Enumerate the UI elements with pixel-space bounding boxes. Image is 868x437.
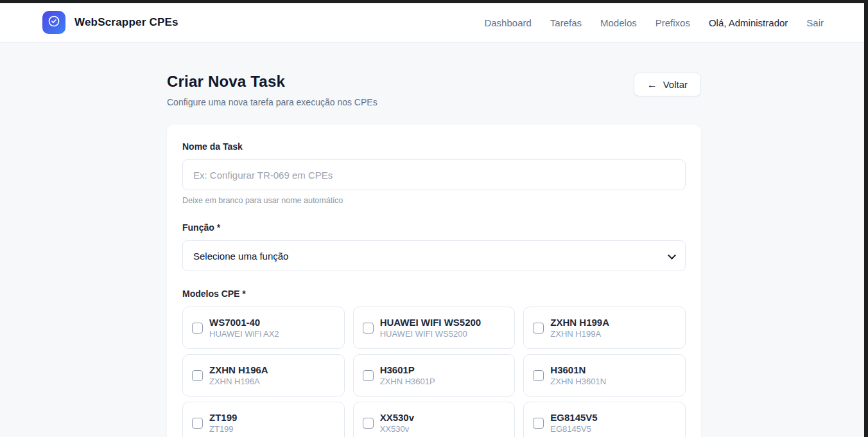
task-name-label: Nome da Task — [182, 141, 686, 152]
modelos-label: Modelos CPE * — [182, 289, 686, 299]
model-checkbox-zt199[interactable] — [192, 418, 203, 429]
page-header-text: Criar Nova Task Configure uma nova taref… — [167, 73, 378, 107]
model-text: XX530v XX530v — [380, 412, 414, 434]
page-subtitle: Configure uma nova tarefa para execução … — [167, 97, 378, 107]
model-name: ZXHN H196A — [209, 364, 268, 375]
model-subtitle: ZXHN H3601N — [550, 377, 606, 386]
model-subtitle: ZT199 — [209, 424, 237, 434]
funcao-label: Função * — [182, 222, 686, 233]
model-text: EG8145V5 EG8145V5 — [550, 412, 597, 434]
model-card-ws7001-40[interactable]: WS7001-40 HUAWEI WiFi AX2 — [182, 307, 345, 349]
check-circle-icon — [48, 15, 60, 30]
model-checkbox-xx530v[interactable] — [363, 418, 374, 429]
back-button[interactable]: ← Voltar — [634, 73, 701, 96]
model-checkbox-zxhn-h199a[interactable] — [533, 323, 544, 334]
page-title: Criar Nova Task — [167, 73, 378, 91]
nav-link-prefixos[interactable]: Prefixos — [655, 17, 690, 28]
model-name: HUAWEI WIFI WS5200 — [380, 317, 482, 328]
model-checkbox-ws7001-40[interactable] — [192, 323, 203, 334]
model-name: EG8145V5 — [550, 412, 597, 423]
model-subtitle: HUAWEI WIFI WS5200 — [380, 329, 482, 339]
back-button-label: Voltar — [663, 79, 688, 90]
model-card-xx530v[interactable]: XX530v XX530v — [353, 402, 516, 437]
model-name: XX530v — [380, 412, 414, 423]
brand: WebScrapper CPEs — [42, 11, 178, 34]
funcao-select-wrap: Selecione uma função — [182, 240, 686, 271]
task-form-card: Nome da Task Deixe em branco para usar n… — [167, 125, 701, 437]
page-header: Criar Nova Task Configure uma nova taref… — [167, 73, 701, 107]
model-text: ZT199 ZT199 — [209, 412, 237, 434]
main-content: Criar Nova Task Configure uma nova taref… — [167, 0, 701, 437]
model-subtitle: ZXHN H3601P — [380, 377, 435, 386]
nav-link-tarefas[interactable]: Tarefas — [550, 17, 582, 28]
model-subtitle: ZXHN H199A — [550, 329, 609, 339]
model-name: H3601P — [380, 364, 435, 375]
nav-link-modelos[interactable]: Modelos — [600, 17, 637, 28]
model-name: ZXHN H199A — [550, 317, 609, 328]
model-name: H3601N — [550, 364, 606, 375]
model-subtitle: EG8145V5 — [550, 424, 597, 434]
models-grid: WS7001-40 HUAWEI WiFi AX2 HUAWEI WIFI WS… — [182, 307, 686, 437]
model-text: HUAWEI WIFI WS5200 HUAWEI WIFI WS5200 — [380, 317, 482, 339]
logout-link[interactable]: Sair — [806, 17, 824, 28]
model-card-eg8145v5[interactable]: EG8145V5 EG8145V5 — [523, 402, 686, 437]
model-text: WS7001-40 HUAWEI WiFi AX2 — [209, 317, 279, 339]
navbar: WebScrapper CPEs Dashboard Tarefas Model… — [0, 3, 864, 42]
window-frame-right — [864, 0, 868, 437]
model-subtitle: XX530v — [380, 424, 414, 434]
model-checkbox-huawei-wifi-ws5200[interactable] — [363, 323, 374, 334]
model-checkbox-h3601n[interactable] — [533, 370, 544, 381]
model-card-h3601n[interactable]: H3601N ZXHN H3601N — [523, 354, 686, 397]
task-name-input[interactable] — [182, 159, 686, 190]
model-card-zxhn-h199a[interactable]: ZXHN H199A ZXHN H199A — [523, 307, 686, 349]
model-checkbox-h3601p[interactable] — [363, 370, 374, 381]
model-subtitle: HUAWEI WiFi AX2 — [209, 329, 279, 339]
funcao-group: Função * Selecione uma função — [182, 222, 686, 271]
model-text: H3601N ZXHN H3601N — [550, 364, 606, 386]
model-name: WS7001-40 — [209, 317, 279, 328]
user-greeting: Olá, Administrador — [709, 17, 788, 28]
model-text: ZXHN H196A ZXHN H196A — [209, 364, 268, 386]
task-name-group: Nome da Task Deixe em branco para usar n… — [182, 141, 686, 205]
model-subtitle: ZXHN H196A — [209, 377, 268, 386]
model-text: H3601P ZXHN H3601P — [380, 364, 435, 386]
arrow-left-icon: ← — [647, 80, 657, 90]
nav-link-dashboard[interactable]: Dashboard — [484, 17, 531, 28]
funcao-select[interactable]: Selecione uma função — [182, 240, 686, 271]
model-checkbox-eg8145v5[interactable] — [533, 418, 544, 429]
model-card-huawei-wifi-ws5200[interactable]: HUAWEI WIFI WS5200 HUAWEI WIFI WS5200 — [353, 307, 516, 349]
task-name-helper: Deixe em branco para usar nome automátic… — [182, 196, 686, 205]
model-card-zxhn-h196a[interactable]: ZXHN H196A ZXHN H196A — [182, 354, 345, 397]
brand-title: WebScrapper CPEs — [74, 16, 178, 29]
model-text: ZXHN H199A ZXHN H199A — [550, 317, 609, 339]
model-name: ZT199 — [209, 412, 237, 423]
model-card-h3601p[interactable]: H3601P ZXHN H3601P — [353, 354, 516, 397]
window-frame-top — [0, 0, 868, 3]
modelos-group: Modelos CPE * WS7001-40 HUAWEI WiFi AX2 … — [182, 289, 686, 437]
app-logo — [42, 11, 65, 34]
model-card-zt199[interactable]: ZT199 ZT199 — [182, 402, 345, 437]
nav-links: Dashboard Tarefas Modelos Prefixos Olá, … — [484, 17, 824, 28]
model-checkbox-zxhn-h196a[interactable] — [192, 370, 203, 381]
